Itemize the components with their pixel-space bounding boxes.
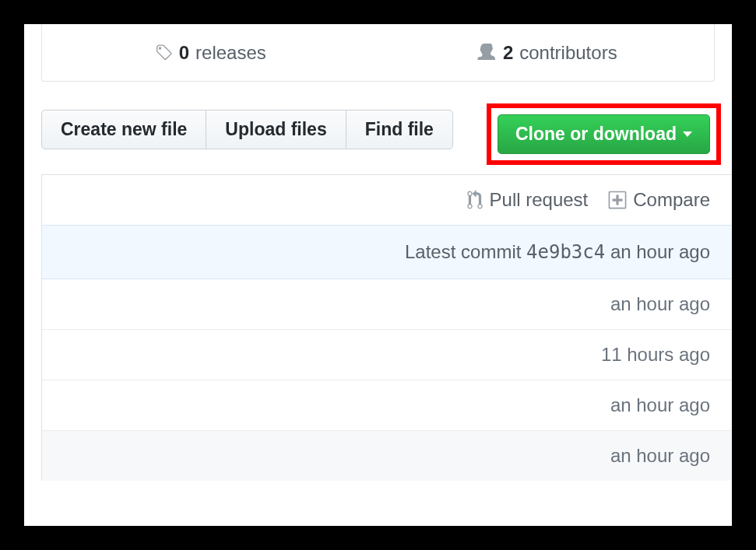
caret-down-icon: [683, 131, 692, 137]
file-time: an hour ago: [610, 445, 710, 466]
upload-files-button[interactable]: Upload files: [206, 110, 345, 149]
contributors-stat[interactable]: 2 contributors: [378, 24, 715, 81]
file-row[interactable]: an hour ago: [42, 380, 732, 431]
pull-request-label: Pull request: [490, 189, 589, 211]
releases-stat[interactable]: 0 releases: [42, 24, 378, 81]
repo-stats-bar: 0 releases 2 contributors: [41, 24, 715, 82]
contributors-count: 2: [503, 42, 513, 64]
app-frame: 0 releases 2 contributors Create new fil…: [24, 24, 732, 526]
file-time: an hour ago: [610, 293, 710, 314]
tag-icon: [154, 44, 173, 62]
pull-request-icon: [466, 190, 483, 210]
file-time: an hour ago: [610, 394, 710, 415]
diff-icon: [608, 190, 627, 210]
clone-download-label: Clone or download: [515, 125, 677, 143]
file-row[interactable]: an hour ago: [42, 431, 732, 481]
compare-link[interactable]: Compare: [608, 189, 710, 211]
file-list: Pull request Compare Latest commit 4e9b3…: [41, 174, 732, 481]
latest-commit-prefix: Latest commit: [405, 241, 521, 262]
file-list-header: Pull request Compare: [42, 175, 732, 225]
file-row[interactable]: 11 hours ago: [42, 330, 732, 380]
highlight-annotation: Clone or download: [487, 103, 721, 165]
file-row[interactable]: an hour ago: [42, 279, 732, 330]
file-action-group: Create new file Upload files Find file: [41, 110, 453, 149]
file-toolbar: Create new file Upload files Find file C…: [41, 110, 715, 149]
contributors-label: contributors: [519, 42, 617, 64]
pull-request-link[interactable]: Pull request: [466, 189, 589, 211]
releases-label: releases: [195, 42, 266, 64]
releases-count: 0: [179, 42, 189, 64]
find-file-button[interactable]: Find file: [346, 110, 453, 149]
file-time: 11 hours ago: [601, 344, 710, 365]
create-new-file-button[interactable]: Create new file: [41, 110, 206, 149]
commit-sha[interactable]: 4e9b3c4: [526, 241, 605, 263]
clone-download-button[interactable]: Clone or download: [498, 114, 710, 154]
latest-commit-bar: Latest commit 4e9b3c4 an hour ago: [42, 225, 732, 279]
compare-label: Compare: [633, 189, 710, 211]
commit-time: an hour ago: [610, 241, 710, 262]
people-icon: [475, 44, 497, 62]
